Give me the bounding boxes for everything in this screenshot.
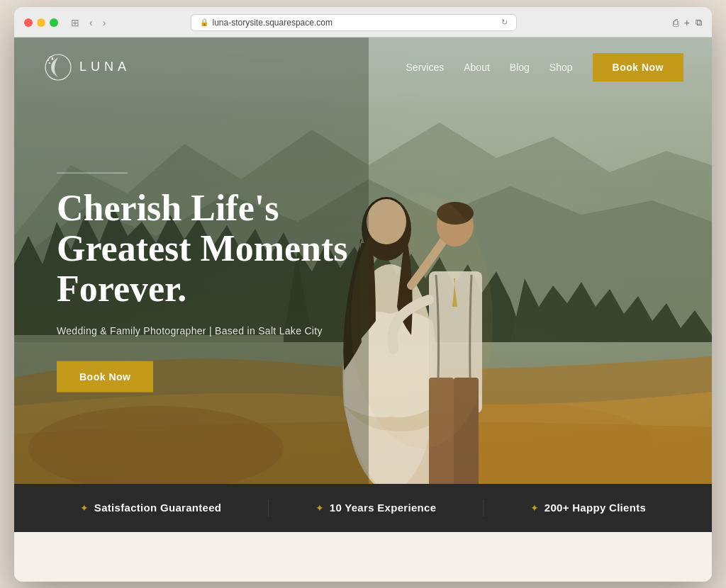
reload-icon[interactable]: ↻ [501,18,508,27]
tabs-icon[interactable]: ⧉ [696,17,702,28]
close-button[interactable] [24,18,33,27]
nav-links: Services About Blog Shop Book Now [406,53,683,81]
stat-item-satisfaction: ✦ Satisfaction Guaranteed [80,502,221,514]
svg-point-16 [48,60,49,61]
browser-actions: ⎙ + ⧉ [673,17,702,28]
browser-chrome: ⊞ ‹ › 🔒 luna-storysite.squarespace.com ↻… [14,7,712,38]
navbar: LUNA Services About Blog Shop Book Now [14,38,712,97]
stat-text-satisfaction: Satisfaction Guaranteed [94,502,221,514]
bottom-area [14,532,712,582]
nav-link-blog[interactable]: Blog [510,62,530,73]
stat-item-clients: ✦ 200+ Happy Clients [530,502,646,514]
stats-bar: ✦ Satisfaction Guaranteed ✦ 10 Years Exp… [14,484,712,532]
svg-point-15 [49,62,50,64]
logo-text: LUNA [79,60,130,74]
svg-point-13 [45,55,71,80]
back-icon[interactable]: ‹ [86,16,96,30]
hero-title-line3: Forever. [57,268,186,308]
browser-controls: ⊞ ‹ › [68,16,108,30]
hero-title-line2: Greatest Moments [57,227,348,268]
maximize-button[interactable] [50,18,58,27]
diamond-icon-3: ✦ [530,502,539,514]
stat-divider-2 [483,499,484,516]
stat-text-clients: 200+ Happy Clients [544,502,646,514]
lock-icon: 🔒 [200,18,208,26]
new-tab-icon[interactable]: + [684,17,690,28]
logo-icon [43,52,74,83]
diamond-icon-2: ✦ [315,502,324,514]
nav-link-services[interactable]: Services [406,62,445,73]
nav-book-button[interactable]: Book Now [593,53,683,81]
share-icon[interactable]: ⎙ [673,17,678,28]
stat-text-experience: 10 Years Experience [330,502,437,514]
stat-item-experience: ✦ 10 Years Experience [315,502,437,514]
stat-divider-1 [268,499,269,516]
hero-section: LUNA Services About Blog Shop Book Now C… [14,38,712,484]
hero-book-button[interactable]: Book Now [57,361,153,392]
url-text: luna-storysite.squarespace.com [213,18,333,28]
hero-subtitle: Wedding & Family Photographer | Based in… [57,323,348,339]
hero-decorative-line [57,172,128,173]
nav-link-shop[interactable]: Shop [549,62,573,73]
website: LUNA Services About Blog Shop Book Now C… [14,38,712,582]
sidebar-toggle-icon[interactable]: ⊞ [68,16,82,30]
nav-link-about[interactable]: About [464,62,490,73]
address-bar[interactable]: 🔒 luna-storysite.squarespace.com ↻ [191,14,517,31]
traffic-lights [24,18,58,27]
hero-title: Cherish Life's Greatest Moments Forever. [57,187,348,309]
svg-point-11 [351,193,493,448]
logo: LUNA [43,52,130,83]
minimize-button[interactable] [37,18,45,27]
hero-title-line1: Cherish Life's [57,187,279,227]
diamond-icon-1: ✦ [80,502,89,514]
forward-icon[interactable]: › [100,16,109,30]
hero-content: Cherish Life's Greatest Moments Forever.… [57,172,348,392]
browser-window: ⊞ ‹ › 🔒 luna-storysite.squarespace.com ↻… [14,7,712,582]
